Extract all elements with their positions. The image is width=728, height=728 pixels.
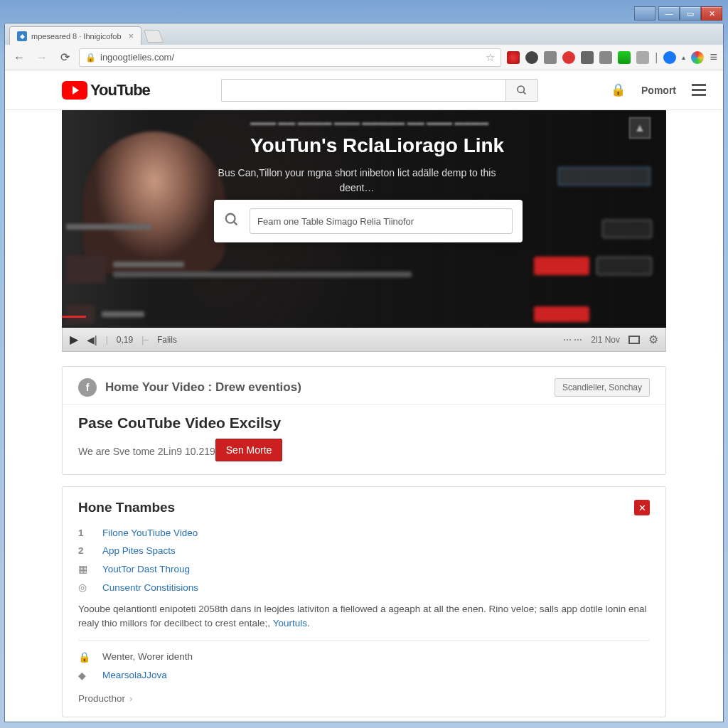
ext-sep: | xyxy=(655,51,658,64)
back-button[interactable]: ← xyxy=(11,49,28,66)
maximize-button[interactable]: ▭ xyxy=(680,6,701,21)
yt-logo[interactable]: YouTube xyxy=(62,81,150,100)
card1-heading: Pase CouTube Video Excilsy xyxy=(78,414,650,432)
card1-cta-button[interactable]: Sen Morte xyxy=(215,439,283,461)
ext-icon-5[interactable] xyxy=(581,51,594,64)
player-controls: ▶ ◀| | 0,19 |– Falils ⋯ ⋯ 2l1 Nov ⚙ xyxy=(62,328,666,352)
list-description: Yooube qelantiontl enipoteti 2058th dans… xyxy=(78,602,650,641)
ext-icon-7[interactable] xyxy=(618,51,631,64)
progress-bar[interactable] xyxy=(62,316,86,318)
hamburger-menu-icon[interactable] xyxy=(692,84,706,96)
theater-mode-icon[interactable] xyxy=(628,336,640,344)
svg-line-3 xyxy=(234,221,237,225)
player-label: Falils xyxy=(157,335,177,345)
list-card: Hone Tnambes ✕ 1 Filone YouTiube Video 2… xyxy=(62,486,666,717)
list-item[interactable]: 2 App Pites Spacts xyxy=(78,542,650,560)
calendar-icon: ▦ xyxy=(78,563,91,574)
player-right-text: 2l1 Nov xyxy=(591,335,620,345)
tab-close-icon[interactable]: × xyxy=(129,31,134,41)
ext-icon-10[interactable] xyxy=(691,51,704,64)
ext-icon-3[interactable] xyxy=(544,51,557,64)
ext-icon-4[interactable] xyxy=(562,51,575,64)
svg-point-2 xyxy=(226,213,235,223)
lock-icon: 🔒 xyxy=(78,651,91,663)
list-card-title: Hone Tnambes xyxy=(78,500,175,515)
extension-icons: | ▴ ≡ xyxy=(507,50,717,65)
list-item[interactable]: 🔒 Wenter, Worer identh xyxy=(78,648,650,666)
close-window-button[interactable]: ✕ xyxy=(701,6,722,21)
list-card-close-button[interactable]: ✕ xyxy=(634,500,650,515)
ext-more-icon[interactable]: ▴ xyxy=(682,53,685,61)
username-label[interactable]: Pomort xyxy=(641,85,676,96)
tab-favicon-icon: ◆ xyxy=(17,31,27,41)
url-text: ingoogtielies.com/ xyxy=(100,52,174,63)
url-field[interactable]: 🔒 ingoogtielies.com/ ☆ xyxy=(79,48,501,67)
list-link: App Pites Spacts xyxy=(102,545,176,556)
new-tab-button[interactable] xyxy=(144,30,164,43)
reload-button[interactable]: ⟳ xyxy=(56,49,73,66)
yt-play-icon xyxy=(62,81,87,100)
svg-line-1 xyxy=(523,92,525,94)
ext-icon-6[interactable] xyxy=(599,51,612,64)
yt-logo-text: YouTube xyxy=(90,81,150,100)
list-label: Wenter, Worer identh xyxy=(102,651,193,662)
list-link: Cunsentr Constitisions xyxy=(102,582,198,593)
overlay-search-icon xyxy=(224,212,240,231)
window-titlebar: — ▭ ✕ xyxy=(4,4,724,23)
list-item[interactable]: ◆ MearsolaJJova xyxy=(78,666,650,685)
tab-strip: ◆ mpeseared 8 · Ihnigicofob × xyxy=(5,23,723,45)
video-thumbnail-person xyxy=(83,132,225,274)
player-time: 0,19 xyxy=(117,335,133,345)
box-icon: ◎ xyxy=(78,582,91,593)
breadcrumb[interactable]: Producthor › xyxy=(78,693,650,704)
hero-title: YouTun's RclaLiorago Link xyxy=(250,134,638,157)
minimize-button[interactable]: — xyxy=(658,6,680,21)
yt-search xyxy=(221,79,538,102)
window-icon-placeholder xyxy=(634,6,655,21)
video-hero: ▲ ▬▬▬ ▬▬ ▬▬▬▬ ▬▬▬ ▬▬▬▬▬ ▬▬ ▬▬▬ ▬▬▬▬ YouT… xyxy=(62,110,666,328)
ext-icon-1[interactable] xyxy=(507,51,520,64)
address-bar: ← → ⟳ 🔒 ingoogtielies.com/ ☆ | ▴ xyxy=(5,45,723,70)
yt-search-button[interactable] xyxy=(505,79,538,102)
list-number: 1 xyxy=(78,528,91,538)
search-icon xyxy=(516,85,528,96)
overlay-search-box xyxy=(214,200,523,242)
lock-icon: 🔒 xyxy=(85,53,96,63)
desc-link[interactable]: Yourtuls xyxy=(273,618,307,628)
card1-head-button[interactable]: Scandielier, Sonchay xyxy=(555,378,650,397)
diamond-icon: ◆ xyxy=(78,670,91,681)
crumb-label: Producthor xyxy=(78,693,125,704)
info-card-1: f Home Your Video : Drew eventios) Scand… xyxy=(62,366,666,475)
browser-tab[interactable]: ◆ mpeseared 8 · Ihnigicofob × xyxy=(9,26,141,45)
settings-gear-icon[interactable]: ⚙ xyxy=(648,333,658,346)
svg-point-0 xyxy=(518,86,524,92)
chevron-right-icon: › xyxy=(129,693,133,704)
forward-button[interactable]: → xyxy=(33,49,50,66)
list-item[interactable]: 1 Filone YouTiube Video xyxy=(78,524,650,542)
list-link: Filone YouTiube Video xyxy=(102,528,198,538)
card1-head-text: Home Your Video : Drew eventios) xyxy=(105,380,301,395)
ext-icon-9[interactable] xyxy=(663,51,676,64)
ext-icon-2[interactable] xyxy=(525,51,538,64)
list-item[interactable]: ▦ YoutTor Dast Throug xyxy=(78,560,650,578)
list-link: MearsolaJJova xyxy=(102,670,167,680)
overlay-search-input[interactable] xyxy=(250,208,513,234)
player-dots-icon[interactable]: ⋯ ⋯ xyxy=(563,335,582,345)
yt-search-input[interactable] xyxy=(221,79,505,102)
list-link: YoutTor Dast Throug xyxy=(102,564,190,574)
list-number: 2 xyxy=(78,545,91,556)
hero-faded-line: ▬▬▬ ▬▬ ▬▬▬▬ ▬▬▬ ▬▬▬▬▬ ▬▬ ▬▬▬ ▬▬▬▬ xyxy=(250,117,638,127)
browser-menu-icon[interactable]: ≡ xyxy=(710,50,717,65)
yt-header: YouTube 🔒 Pomort xyxy=(5,70,723,110)
prev-button[interactable]: ◀| xyxy=(87,334,97,346)
tab-title: mpeseared 8 · Ihnigicofob xyxy=(31,32,122,41)
hero-subtitle: Bus Can,Tillon your mgna short inibeton … xyxy=(208,166,506,196)
card1-badge-icon: f xyxy=(78,378,97,397)
play-button[interactable]: ▶ xyxy=(70,333,78,346)
card1-subtext: We are Sve tome 2Lin9 10.219 xyxy=(78,446,215,457)
star-icon[interactable]: ☆ xyxy=(486,51,495,64)
user-lock-icon[interactable]: 🔒 xyxy=(611,82,626,97)
ext-icon-8[interactable] xyxy=(636,51,649,64)
list-item[interactable]: ◎ Cunsentr Constitisions xyxy=(78,578,650,596)
